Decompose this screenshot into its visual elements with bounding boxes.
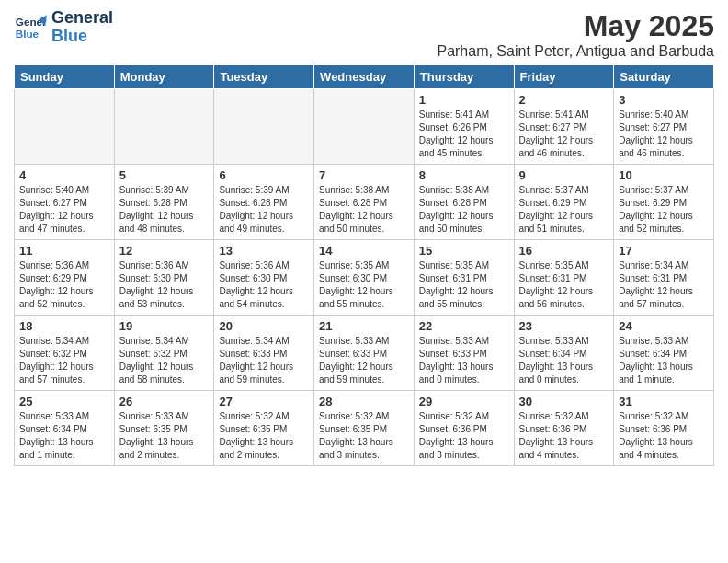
calendar-cell: 27Sunrise: 5:32 AMSunset: 6:35 PMDayligh… <box>214 391 314 466</box>
day-number: 5 <box>119 168 210 182</box>
day-info: Sunrise: 5:40 AMSunset: 6:27 PMDaylight:… <box>19 184 109 236</box>
col-sunday: Sunday <box>15 65 115 89</box>
day-number: 18 <box>19 319 109 333</box>
calendar-cell: 18Sunrise: 5:34 AMSunset: 6:32 PMDayligh… <box>15 316 115 391</box>
calendar-cell: 19Sunrise: 5:34 AMSunset: 6:32 PMDayligh… <box>114 316 214 391</box>
calendar-cell: 28Sunrise: 5:32 AMSunset: 6:35 PMDayligh… <box>314 391 415 466</box>
day-number: 8 <box>419 168 509 182</box>
calendar-cell: 11Sunrise: 5:36 AMSunset: 6:29 PMDayligh… <box>15 240 115 316</box>
day-info: Sunrise: 5:33 AMSunset: 6:33 PMDaylight:… <box>419 335 509 386</box>
calendar-cell: 17Sunrise: 5:34 AMSunset: 6:31 PMDayligh… <box>614 240 714 316</box>
day-info: Sunrise: 5:37 AMSunset: 6:29 PMDaylight:… <box>519 184 609 236</box>
day-number: 6 <box>219 168 309 182</box>
day-info: Sunrise: 5:34 AMSunset: 6:33 PMDaylight:… <box>219 335 309 386</box>
col-friday: Friday <box>514 65 614 89</box>
calendar-cell: 2Sunrise: 5:41 AMSunset: 6:27 PMDaylight… <box>514 89 614 165</box>
day-info: Sunrise: 5:32 AMSunset: 6:36 PMDaylight:… <box>519 410 609 462</box>
calendar-cell: 1Sunrise: 5:41 AMSunset: 6:26 PMDaylight… <box>414 89 514 165</box>
day-info: Sunrise: 5:41 AMSunset: 6:27 PMDaylight:… <box>519 109 609 160</box>
day-info: Sunrise: 5:33 AMSunset: 6:35 PMDaylight:… <box>119 410 210 462</box>
calendar-cell: 3Sunrise: 5:40 AMSunset: 6:27 PMDaylight… <box>614 89 714 165</box>
day-number: 24 <box>619 319 709 333</box>
day-number: 30 <box>519 395 609 408</box>
day-info: Sunrise: 5:39 AMSunset: 6:28 PMDaylight:… <box>119 184 210 236</box>
calendar-cell: 23Sunrise: 5:33 AMSunset: 6:34 PMDayligh… <box>514 316 614 391</box>
day-info: Sunrise: 5:37 AMSunset: 6:29 PMDaylight:… <box>619 184 709 236</box>
calendar-cell <box>114 89 214 165</box>
day-info: Sunrise: 5:38 AMSunset: 6:28 PMDaylight:… <box>319 184 409 236</box>
calendar-cell: 13Sunrise: 5:36 AMSunset: 6:30 PMDayligh… <box>214 240 314 316</box>
calendar-cell: 14Sunrise: 5:35 AMSunset: 6:30 PMDayligh… <box>314 240 415 316</box>
day-number: 1 <box>419 93 509 107</box>
calendar-cell: 10Sunrise: 5:37 AMSunset: 6:29 PMDayligh… <box>614 165 714 240</box>
day-number: 23 <box>519 319 609 333</box>
calendar-header-row: Sunday Monday Tuesday Wednesday Thursday… <box>15 65 714 89</box>
col-saturday: Saturday <box>614 65 714 89</box>
day-info: Sunrise: 5:32 AMSunset: 6:36 PMDaylight:… <box>419 410 509 462</box>
day-number: 20 <box>219 319 309 333</box>
logo: General Blue General Blue <box>14 9 113 46</box>
col-tuesday: Tuesday <box>214 65 314 89</box>
day-number: 4 <box>19 168 109 182</box>
calendar-cell: 16Sunrise: 5:35 AMSunset: 6:31 PMDayligh… <box>514 240 614 316</box>
day-info: Sunrise: 5:33 AMSunset: 6:34 PMDaylight:… <box>519 335 609 386</box>
day-number: 7 <box>319 168 409 182</box>
calendar-cell: 5Sunrise: 5:39 AMSunset: 6:28 PMDaylight… <box>114 165 214 240</box>
day-info: Sunrise: 5:39 AMSunset: 6:28 PMDaylight:… <box>219 184 309 236</box>
day-info: Sunrise: 5:33 AMSunset: 6:34 PMDaylight:… <box>619 335 709 386</box>
calendar-cell: 6Sunrise: 5:39 AMSunset: 6:28 PMDaylight… <box>214 165 314 240</box>
day-info: Sunrise: 5:38 AMSunset: 6:28 PMDaylight:… <box>419 184 509 236</box>
calendar-cell <box>314 89 415 165</box>
day-info: Sunrise: 5:34 AMSunset: 6:31 PMDaylight:… <box>619 259 709 311</box>
day-info: Sunrise: 5:34 AMSunset: 6:32 PMDaylight:… <box>19 335 109 386</box>
day-number: 15 <box>419 244 509 258</box>
month-title: May 2025 <box>437 9 714 43</box>
day-number: 29 <box>419 395 509 408</box>
week-row-4: 18Sunrise: 5:34 AMSunset: 6:32 PMDayligh… <box>15 316 714 391</box>
day-number: 31 <box>619 395 709 408</box>
logo-line2: Blue <box>51 28 113 46</box>
location-title: Parham, Saint Peter, Antigua and Barbuda <box>437 43 714 60</box>
day-number: 10 <box>619 168 709 182</box>
calendar-cell <box>15 89 115 165</box>
col-thursday: Thursday <box>414 65 514 89</box>
calendar-cell: 30Sunrise: 5:32 AMSunset: 6:36 PMDayligh… <box>514 391 614 466</box>
calendar-cell: 12Sunrise: 5:36 AMSunset: 6:30 PMDayligh… <box>114 240 214 316</box>
logo-line1: General <box>51 9 113 28</box>
calendar-cell: 9Sunrise: 5:37 AMSunset: 6:29 PMDaylight… <box>514 165 614 240</box>
day-info: Sunrise: 5:41 AMSunset: 6:26 PMDaylight:… <box>419 109 509 160</box>
day-info: Sunrise: 5:32 AMSunset: 6:35 PMDaylight:… <box>219 410 309 462</box>
day-info: Sunrise: 5:36 AMSunset: 6:29 PMDaylight:… <box>19 259 109 311</box>
calendar-cell: 8Sunrise: 5:38 AMSunset: 6:28 PMDaylight… <box>414 165 514 240</box>
calendar-cell: 22Sunrise: 5:33 AMSunset: 6:33 PMDayligh… <box>414 316 514 391</box>
title-block: May 2025 Parham, Saint Peter, Antigua an… <box>437 9 714 60</box>
day-info: Sunrise: 5:40 AMSunset: 6:27 PMDaylight:… <box>619 109 709 160</box>
col-monday: Monday <box>114 65 214 89</box>
day-number: 13 <box>219 244 309 258</box>
calendar-cell: 31Sunrise: 5:32 AMSunset: 6:36 PMDayligh… <box>614 391 714 466</box>
day-info: Sunrise: 5:32 AMSunset: 6:35 PMDaylight:… <box>319 410 409 462</box>
day-number: 14 <box>319 244 409 258</box>
day-number: 28 <box>319 395 409 408</box>
day-number: 19 <box>119 319 210 333</box>
svg-text:Blue: Blue <box>16 28 40 40</box>
day-number: 22 <box>419 319 509 333</box>
calendar-table: Sunday Monday Tuesday Wednesday Thursday… <box>14 64 714 466</box>
calendar-cell: 25Sunrise: 5:33 AMSunset: 6:34 PMDayligh… <box>15 391 115 466</box>
day-info: Sunrise: 5:34 AMSunset: 6:32 PMDaylight:… <box>119 335 210 386</box>
day-number: 11 <box>19 244 109 258</box>
day-number: 21 <box>319 319 409 333</box>
week-row-5: 25Sunrise: 5:33 AMSunset: 6:34 PMDayligh… <box>15 391 714 466</box>
day-info: Sunrise: 5:35 AMSunset: 6:30 PMDaylight:… <box>319 259 409 311</box>
day-number: 25 <box>19 395 109 408</box>
week-row-2: 4Sunrise: 5:40 AMSunset: 6:27 PMDaylight… <box>15 165 714 240</box>
day-info: Sunrise: 5:35 AMSunset: 6:31 PMDaylight:… <box>519 259 609 311</box>
day-info: Sunrise: 5:35 AMSunset: 6:31 PMDaylight:… <box>419 259 509 311</box>
day-number: 2 <box>519 93 609 107</box>
calendar-cell: 15Sunrise: 5:35 AMSunset: 6:31 PMDayligh… <box>414 240 514 316</box>
day-number: 27 <box>219 395 309 408</box>
page-header: General Blue General Blue May 2025 Parha… <box>14 9 714 60</box>
day-info: Sunrise: 5:33 AMSunset: 6:33 PMDaylight:… <box>319 335 409 386</box>
calendar-cell: 20Sunrise: 5:34 AMSunset: 6:33 PMDayligh… <box>214 316 314 391</box>
col-wednesday: Wednesday <box>314 65 415 89</box>
